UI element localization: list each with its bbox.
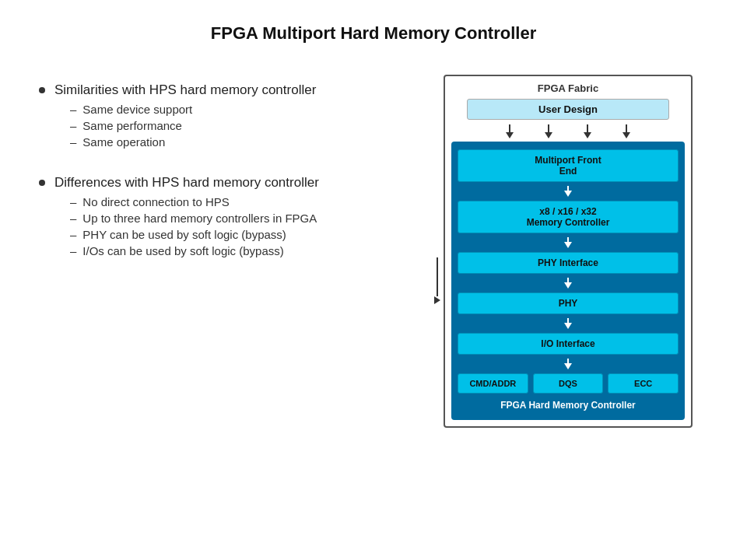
diagram-section: FPGA Fabric User Design [444, 75, 708, 428]
dqs-label: DQS [559, 379, 577, 388]
bullet-dot-differences [39, 180, 45, 186]
cmd-addr-box: CMD/ADDR [458, 373, 528, 394]
similarities-sub-list: – Same device support – Same performance… [70, 103, 316, 149]
hmc-inner: Multiport FrontEnd [458, 149, 679, 394]
dash-d3: – [70, 228, 76, 241]
multiport-box: Multiport FrontEnd [458, 149, 679, 182]
differences-section: Differences with HPS hard memory control… [39, 175, 420, 261]
differences-bullet: Differences with HPS hard memory control… [39, 175, 420, 261]
similarities-header: Similarities with HPS hard memory contro… [54, 82, 316, 97]
io-interface-label: I/O Interface [541, 338, 594, 349]
diagram: FPGA Fabric User Design [444, 75, 693, 428]
similarities-bullet: Similarities with HPS hard memory contro… [39, 82, 420, 152]
ecc-label: ECC [634, 379, 652, 388]
similarity-item-2: – Same performance [70, 119, 316, 132]
dash-3: – [70, 135, 76, 149]
slide: FPGA Multiport Hard Memory Controller Si… [0, 0, 747, 560]
phy-interface-label: PHY Interface [538, 257, 598, 268]
fpga-hmc-label: FPGA Hard Memory Controller [458, 400, 679, 411]
ecc-box: ECC [608, 373, 679, 394]
similarity-label-1: Same device support [82, 103, 192, 116]
memory-controller-row: x8 / x16 / x32Memory Controller [458, 201, 679, 233]
difference-label-3: PHY can be used by soft logic (bypass) [82, 228, 286, 241]
difference-label-2: Up to three hard memory controllers in F… [82, 212, 317, 225]
similarity-label-2: Same performance [82, 119, 182, 132]
similarities-section: Similarities with HPS hard memory contro… [39, 82, 420, 152]
bottom-boxes-row: CMD/ADDR DQS ECC [458, 373, 679, 394]
dash-d4: – [70, 244, 76, 257]
io-interface-box: I/O Interface [458, 333, 679, 355]
fpga-fabric-box: FPGA Fabric User Design [444, 75, 693, 428]
user-design-box: User Design [467, 99, 669, 120]
differences-sub-list: – No direct connection to HPS – Up to th… [70, 195, 319, 257]
dash-1: – [70, 103, 76, 116]
phy-interface-box: PHY Interface [458, 252, 679, 274]
similarity-item-3: – Same operation [70, 135, 316, 149]
phy-interface-row: PHY Interface [458, 252, 679, 274]
fpga-hmc-container: Multiport FrontEnd [451, 142, 685, 420]
similarity-label-3: Same operation [82, 135, 165, 149]
memory-controller-label: x8 / x16 / x32Memory Controller [527, 206, 610, 228]
text-section: Similarities with HPS hard memory contro… [39, 75, 420, 284]
dash-d2: – [70, 212, 76, 225]
phy-box: PHY [458, 292, 679, 314]
memory-controller-box: x8 / x16 / x32Memory Controller [458, 201, 679, 233]
similarity-item-1: – Same device support [70, 103, 316, 116]
difference-item-2: – Up to three hard memory controllers in… [70, 212, 319, 225]
differences-header: Differences with HPS hard memory control… [54, 175, 319, 190]
difference-label-4: I/Os can be used by soft logic (bypass) [82, 244, 283, 257]
dqs-box: DQS [533, 373, 604, 394]
multiport-row: Multiport FrontEnd [458, 149, 679, 182]
io-interface-row: I/O Interface [458, 333, 679, 355]
difference-item-3: – PHY can be used by soft logic (bypass) [70, 228, 319, 241]
bullet-dot-similarities [39, 87, 45, 93]
fpga-fabric-label: FPGA Fabric [451, 82, 685, 94]
slide-title: FPGA Multiport Hard Memory Controller [39, 23, 708, 44]
difference-item-4: – I/Os can be used by soft logic (bypass… [70, 244, 319, 257]
dash-2: – [70, 119, 76, 132]
cmd-addr-label: CMD/ADDR [469, 379, 516, 388]
multiport-label: Multiport FrontEnd [535, 155, 601, 177]
dash-d1: – [70, 195, 76, 208]
phy-label: PHY [559, 298, 578, 309]
difference-label-1: No direct connection to HPS [82, 195, 229, 208]
phy-row: PHY [458, 292, 679, 314]
difference-item-1: – No direct connection to HPS [70, 195, 319, 208]
content-area: Similarities with HPS hard memory contro… [39, 75, 708, 428]
